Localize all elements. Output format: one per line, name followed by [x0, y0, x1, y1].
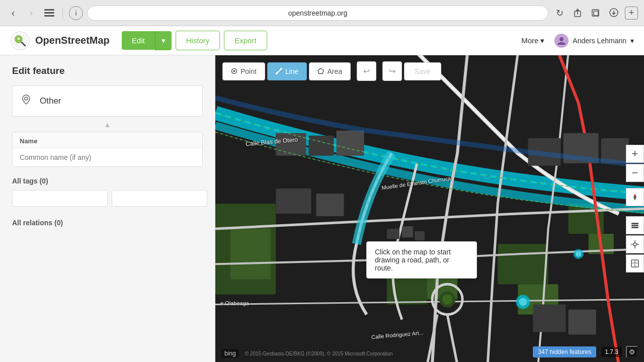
user-menu-button[interactable]: Anders Lehmann ▾ [554, 34, 634, 48]
map-toolbar: Point Line Area ↩ [215, 55, 644, 87]
bottom-right: 347 hidden features 1.7.3 [533, 346, 638, 358]
share-button[interactable] [571, 6, 585, 20]
zoom-in-button[interactable]: + [626, 145, 644, 163]
map-bottom-bar: bing © 2015 Geobasis-DE/BKG (©2009), © 2… [215, 342, 644, 362]
download-button[interactable] [607, 6, 621, 20]
svg-rect-1 [44, 12, 54, 14]
layers-button[interactable] [626, 216, 644, 234]
tags-row [12, 190, 203, 207]
svg-point-14 [18, 37, 20, 40]
svg-point-49 [276, 72, 278, 74]
all-relations-header: All relations (0) [12, 219, 203, 227]
tag-key-input[interactable] [12, 190, 108, 207]
divider [62, 7, 63, 19]
svg-rect-30 [308, 136, 334, 156]
sidebar-toggle-button[interactable] [42, 6, 56, 20]
name-field-section: Name [12, 132, 203, 167]
layers-icon [630, 221, 639, 230]
refresh-button[interactable]: ↻ [552, 6, 567, 20]
history-button[interactable]: History [176, 31, 220, 50]
location-pin-icon [21, 94, 32, 105]
map-right-controls: + − [626, 145, 644, 273]
save-button[interactable]: Save [404, 62, 441, 80]
back-button[interactable]: ‹ [6, 6, 20, 20]
svg-rect-39 [387, 229, 399, 239]
area-tool-button[interactable]: Area [309, 62, 351, 80]
map-svg [215, 55, 644, 362]
info-icon: i [75, 9, 76, 17]
edit-button[interactable]: Edit [122, 31, 155, 50]
hidden-features-badge: 347 hidden features [533, 346, 596, 357]
undo-icon: ↩ [363, 67, 370, 75]
edit-dropdown-icon: ▾ [162, 36, 166, 45]
map-area[interactable]: Point Line Area ↩ [215, 55, 644, 362]
svg-point-45 [576, 251, 582, 257]
sidebar-icon [44, 9, 54, 17]
zoom-out-icon: − [632, 166, 638, 179]
edit-dropdown-button[interactable]: ▾ [155, 31, 172, 50]
map-share-icon [630, 259, 639, 268]
redo-icon: ↪ [389, 67, 395, 75]
map-copyright: © 2015 Geobasis-DE/BKG (©2009), © 2015 M… [241, 351, 397, 356]
svg-rect-6 [594, 11, 598, 16]
gps-icon [630, 240, 639, 249]
svg-rect-38 [569, 309, 596, 334]
svg-rect-0 [44, 9, 54, 11]
avatar [554, 34, 569, 48]
svg-rect-2 [44, 15, 54, 17]
all-tags-header: All tags (0) [12, 177, 203, 185]
forward-icon: › [30, 7, 33, 19]
line-tool-icon [276, 68, 282, 74]
point-tool-button[interactable]: Point [222, 62, 265, 80]
info-button[interactable]: i [69, 6, 83, 20]
svg-rect-53 [631, 225, 638, 226]
svg-point-55 [633, 243, 636, 246]
compass-button[interactable] [626, 188, 644, 206]
svg-rect-54 [631, 227, 638, 228]
svg-point-47 [233, 70, 235, 72]
tooltip-text: Click on the map to start drawing a road… [375, 248, 451, 272]
content-area: Edit feature Other ▲ Name All tags (0 [0, 55, 644, 362]
svg-rect-22 [498, 244, 548, 284]
osm-logo-icon [10, 31, 30, 51]
map-share-button[interactable] [626, 254, 644, 273]
area-tool-icon [317, 68, 324, 74]
svg-point-15 [559, 37, 564, 41]
svg-rect-40 [402, 226, 413, 237]
name-field-input[interactable] [13, 148, 202, 166]
svg-rect-31 [337, 131, 364, 156]
new-tab-button[interactable]: + [625, 7, 638, 20]
app-container: OpenStreetMap Edit ▾ History Export More… [0, 26, 644, 362]
feature-type-icon [21, 94, 32, 108]
svg-rect-52 [631, 223, 638, 224]
map-tooltip: Click on the map to start drawing a road… [366, 241, 477, 279]
logo-area: OpenStreetMap [10, 31, 110, 51]
tabs-button[interactable] [589, 6, 603, 20]
tag-value-input[interactable] [112, 190, 207, 207]
left-sidebar: Edit feature Other ▲ Name All tags (0 [0, 55, 215, 362]
svg-rect-37 [533, 304, 566, 332]
address-bar[interactable]: openstreetmap.org [87, 6, 548, 21]
tabs-icon [591, 8, 601, 18]
compass-icon [630, 193, 639, 202]
zoom-out-button[interactable]: − [626, 164, 644, 182]
forward-button[interactable]: › [24, 6, 38, 20]
export-button[interactable]: Export [224, 31, 267, 50]
gps-button[interactable] [626, 235, 644, 253]
svg-point-28 [442, 294, 452, 304]
collapse-arrow: ▲ [12, 121, 203, 129]
more-button[interactable]: More ▾ [521, 36, 544, 45]
svg-point-16 [25, 97, 28, 100]
more-dropdown-icon: ▾ [540, 36, 544, 45]
feature-type-card[interactable]: Other [12, 85, 203, 117]
svg-rect-41 [415, 231, 425, 240]
svg-rect-29 [276, 133, 306, 156]
new-tab-icon: + [629, 8, 634, 18]
url-text: openstreetmap.org [288, 9, 348, 17]
bug-button[interactable] [626, 346, 638, 358]
line-tool-button[interactable]: Line [267, 62, 307, 80]
back-icon: ‹ [12, 7, 15, 19]
logo-text: OpenStreetMap [35, 35, 110, 46]
redo-button[interactable]: ↪ [382, 61, 402, 81]
undo-button[interactable]: ↩ [357, 61, 376, 81]
